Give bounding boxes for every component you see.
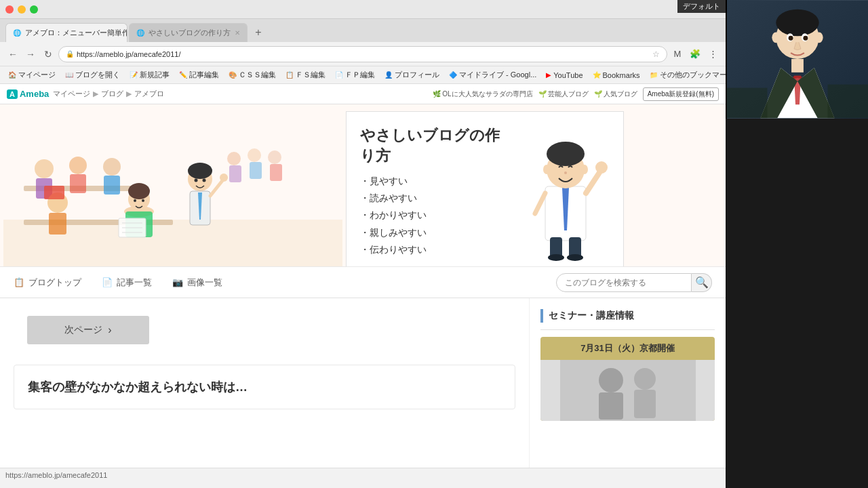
teacher-svg [521,125,610,261]
tab1-favicon: 🌐 [13,29,21,37]
bookmark-mypage-label: マイページ [18,70,56,80]
menu-icon[interactable]: ⋮ [705,47,720,62]
profile-icon: 👤 [384,71,393,79]
svg-point-54 [634,368,656,390]
bookmark-star-icon[interactable]: ☆ [652,49,660,59]
sidebar-section-title: セミナー・講座情報 [540,309,715,323]
next-page-chevron-icon: › [108,324,111,336]
search-input[interactable] [556,273,692,292]
svg-point-15 [128,183,150,199]
svg-rect-21 [229,165,241,182]
bookmark-bookmarks[interactable]: ⭐ Bookmarks [589,70,644,81]
header-tag-popular[interactable]: 🌱 人気ブログ [594,89,637,99]
bookmark-fs[interactable]: 📋 ＦＳ編集 [281,68,330,81]
nav-bar: ← → ↻ 🔒 https://ameblo.jp/amecafe2011/ ☆… [0,42,726,66]
svg-line-31 [210,179,224,196]
bookmark-fs-label: ＦＳ編集 [296,70,326,80]
tab-bar: 🌐 アメブロ：メニューバー簡単作成... ✕ 🌐 やさしいブログの作り方 ✕ + [0,19,726,42]
breadcrumb-mypage[interactable]: マイページ [53,89,90,99]
header-tag-celebrity[interactable]: 🌱 芸能人ブログ [538,89,589,99]
sidebar-divider [540,329,715,330]
bullet-3: わかりやすい [360,207,515,224]
svg-point-45 [595,161,608,174]
blog-top-icon: 📋 [14,277,24,287]
header-tag-salad[interactable]: 🌿 OLに大人気なサラダの専門店 [433,89,532,99]
bookmark-new-article[interactable]: 📝 新規記事 [125,68,174,81]
bookmark-drive[interactable]: 🔷 マイドライブ - Googl... [445,68,540,81]
bookmark-profile[interactable]: 👤 プロフィール [380,68,443,81]
breadcrumb-ameblo[interactable]: アメブロ [134,89,164,99]
new-registration-button[interactable]: Ameba新規登録(無料) [643,87,719,101]
bookmark-css[interactable]: 🎨 ＣＳＳ編集 [224,68,280,81]
youtube-icon: ▶ [546,71,551,79]
next-page-button[interactable]: 次ページ › [27,316,149,344]
ameba-logo[interactable]: A Ameba [7,89,49,99]
secure-icon: 🔒 [66,50,74,58]
bookmark-open-blog[interactable]: 📖 ブログを開く [61,68,124,81]
bookmark-fp-label: ＦＰ編集 [345,70,375,80]
bookmark-fp[interactable]: 📄 ＦＰ編集 [331,68,379,81]
webcam-svg [727,0,868,119]
popular-icon: 🌱 [594,90,602,98]
next-page-area: 次ページ › [0,298,529,358]
svg-point-52 [599,368,623,392]
address-bar[interactable]: 🔒 https://ameblo.jp/amecafe2011/ ☆ [58,46,667,62]
reload-button[interactable]: ↻ [41,47,56,62]
svg-point-5 [69,157,87,174]
bookmark-profile-label: プロフィール [395,70,439,80]
blog-nav-articles[interactable]: 📄 記事一覧 [102,277,152,289]
bookmark-youtube[interactable]: ▶ YouTube [542,70,587,81]
article-title[interactable]: 集客の壁がなかなか超えられない時は… [28,379,501,395]
search-icon: 🔍 [695,276,709,289]
svg-point-19 [248,148,261,162]
tab-1[interactable]: 🌐 アメブロ：メニューバー簡単作成... ✕ [5,23,127,42]
gmail-icon[interactable]: M [670,47,685,62]
svg-point-7 [103,158,121,176]
ameba-logo-text: Ameba [20,89,49,99]
minimize-traffic-light[interactable] [18,5,26,14]
svg-line-46 [535,193,545,214]
svg-point-3 [35,159,54,178]
mypage-icon: 🏠 [8,71,16,79]
bookmark-edit-article[interactable]: ✏️ 記事編集 [175,68,223,81]
blog-hero: やさしいブログの作り方 見やすい 読みやすい わかりやすい 親しみやすい 伝わり… [0,104,726,267]
blog-nav-top[interactable]: 📋 ブログトップ [14,277,81,289]
svg-point-63 [789,36,793,41]
blog-nav-images[interactable]: 📷 画像一覧 [172,277,222,289]
extensions-icon[interactable]: 🧩 [688,47,703,62]
fs-icon: 📋 [285,71,294,79]
bookmark-other[interactable]: 📁 その他のブックマーク [646,68,726,81]
images-icon: 📷 [172,277,183,287]
maximize-traffic-light[interactable] [30,5,38,14]
svg-rect-51 [560,360,696,421]
svg-rect-23 [270,164,282,181]
bullet-1: 見やすい [360,173,515,190]
svg-point-40 [547,142,585,166]
svg-point-43 [564,171,567,174]
tab2-favicon: 🌐 [136,29,144,37]
celebrity-icon: 🌱 [538,90,547,98]
search-button[interactable]: 🔍 [692,273,712,292]
svg-point-59 [772,32,780,43]
new-tab-button[interactable]: + [249,23,268,42]
hero-subtitle: そんなブログを 作ってみませんか？ [360,265,515,267]
ameba-logo-icon: A [7,89,18,99]
open-blog-icon: 📖 [65,71,73,79]
breadcrumb-sep1: ▶ [93,89,98,98]
traffic-lights [5,5,38,14]
svg-rect-6 [70,174,86,193]
teacher-character [521,125,610,267]
back-button[interactable]: ← [5,47,20,62]
hero-title: やさしいブログの作り方 [360,125,515,166]
bookmark-mypage[interactable]: 🏠 マイページ [4,68,60,81]
tab2-close-icon[interactable]: ✕ [235,29,240,37]
forward-button[interactable]: → [23,47,38,62]
svg-point-20 [268,150,281,164]
close-traffic-light[interactable] [5,5,14,14]
svg-point-50 [567,254,583,261]
breadcrumb-blog[interactable]: ブログ [101,89,123,99]
tab-2[interactable]: 🌐 やさしいブログの作り方 ✕ [129,23,248,42]
svg-rect-55 [634,390,656,418]
classroom-illustration [0,118,346,267]
bookmark-drive-label: マイドライブ - Googl... [459,70,536,80]
